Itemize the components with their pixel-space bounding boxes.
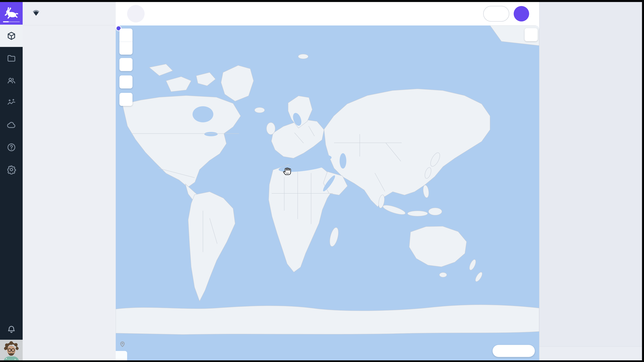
zoom-in-button[interactable] (120, 28, 132, 41)
page-header (116, 2, 539, 25)
rabbit-icon (3, 5, 20, 21)
letterbox-top (0, 0, 644, 2)
limit-dropdown[interactable] (492, 345, 535, 357)
info-icon (550, 10, 558, 18)
close-icon[interactable] (627, 10, 635, 18)
project-chooser[interactable] (23, 2, 116, 25)
geolocate-button[interactable] (120, 58, 132, 71)
module-help[interactable] (0, 136, 23, 158)
user-avatar[interactable] (0, 340, 23, 362)
world-map (116, 25, 539, 360)
notifications-button[interactable] (0, 320, 23, 340)
sidebar (23, 2, 116, 362)
maplibre-logo (119, 340, 127, 348)
drawer-header (540, 5, 642, 23)
avatar-image (0, 340, 23, 362)
module-settings[interactable] (0, 158, 23, 181)
signal-icon (31, 9, 41, 18)
bookmark-icon[interactable] (156, 10, 164, 17)
module-cloud[interactable] (0, 114, 23, 136)
box-select-button[interactable] (120, 93, 132, 106)
activity-log-button[interactable] (540, 346, 642, 360)
header-actions (475, 6, 529, 22)
module-insights[interactable] (0, 91, 23, 114)
chevron-down-icon (513, 348, 519, 354)
map-search-button[interactable] (524, 28, 538, 41)
module-bar (0, 2, 23, 362)
zoom-out-button[interactable] (120, 41, 132, 55)
map-attribution (116, 351, 127, 360)
collection-badge (127, 5, 144, 22)
logo-progress-bar (3, 21, 20, 22)
hand-cursor (282, 166, 292, 176)
maplibre-pin-icon (119, 340, 126, 348)
module-users[interactable] (0, 69, 23, 91)
map-canvas[interactable] (116, 25, 539, 360)
activity-log-icon (551, 350, 559, 357)
main-content (116, 2, 539, 362)
letterbox-bottom (0, 360, 644, 362)
zoom-control (120, 28, 132, 55)
search-filter-pill[interactable] (483, 6, 509, 22)
fullscreen-button[interactable] (120, 75, 132, 88)
app-logo[interactable] (0, 2, 23, 25)
right-drawer (539, 2, 642, 362)
module-content[interactable] (0, 25, 23, 47)
module-files[interactable] (0, 47, 23, 69)
add-item-button[interactable] (514, 6, 529, 21)
app-window (0, 0, 644, 362)
letterbox-right (642, 0, 644, 362)
